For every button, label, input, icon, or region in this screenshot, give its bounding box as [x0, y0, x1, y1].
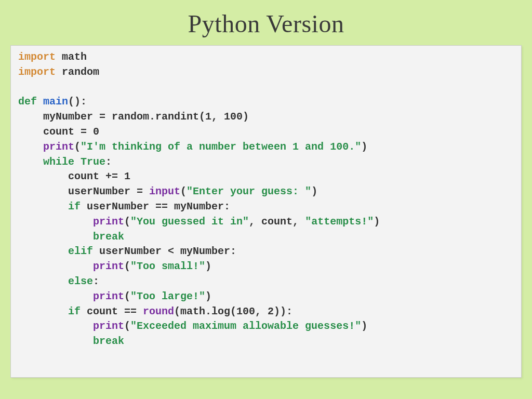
code-text: , count,	[249, 216, 305, 228]
indent	[18, 290, 93, 302]
builtin-print: print	[43, 141, 74, 153]
indent	[18, 231, 93, 243]
string-literal: "Exceeded maximum allowable guesses!"	[130, 320, 361, 332]
string-literal: "I'm thinking of a number between 1 and …	[81, 141, 361, 153]
kw-else: else	[68, 275, 93, 287]
kw-break: break	[93, 335, 124, 347]
code-text: ():	[68, 96, 87, 108]
indent	[18, 305, 68, 317]
indent	[18, 141, 43, 153]
paren: (	[180, 185, 187, 197]
indent	[18, 216, 93, 228]
string-literal: "attempts!"	[305, 216, 374, 228]
kw-while: while	[43, 156, 74, 168]
code-text: userNumber < myNumber:	[93, 245, 236, 257]
code-text: count += 1	[18, 170, 130, 182]
string-literal: "Too small!"	[130, 260, 205, 272]
indent	[18, 335, 93, 347]
string-literal: "Enter your guess: "	[187, 185, 311, 197]
code-text: count = 0	[18, 126, 99, 138]
builtin-round: round	[143, 305, 174, 317]
indent	[18, 201, 68, 212]
builtin-print: print	[93, 260, 124, 272]
indent	[18, 260, 93, 272]
slide-title: Python Version	[0, 0, 532, 45]
code-text: random	[56, 66, 99, 78]
code-block: import math import random def main(): my…	[18, 50, 514, 349]
paren: )	[361, 141, 367, 153]
kw-if: if	[68, 305, 81, 317]
paren: )	[205, 260, 211, 272]
code-text: (math.log(100, 2)):	[174, 305, 292, 317]
paren: )	[311, 185, 317, 197]
code-panel: import math import random def main(): my…	[10, 45, 522, 378]
kw-true: True	[81, 156, 105, 168]
indent	[18, 320, 93, 332]
colon: :	[105, 156, 112, 168]
kw-import: import	[18, 66, 56, 78]
paren: (	[74, 141, 81, 153]
kw-break: break	[93, 231, 124, 243]
builtin-input: input	[149, 185, 180, 197]
kw-def: def	[18, 96, 37, 108]
function-name: main	[37, 96, 68, 108]
code-text: count ==	[81, 305, 143, 317]
code-text: math	[56, 51, 87, 63]
indent	[18, 275, 68, 287]
code-text: userNumber =	[68, 185, 149, 197]
builtin-print: print	[93, 216, 124, 228]
kw-elif: elif	[68, 245, 93, 257]
kw-if: if	[68, 201, 81, 212]
code-text: myNumber = random.randint(1, 100)	[18, 111, 249, 123]
indent	[18, 185, 68, 197]
builtin-print: print	[93, 320, 124, 332]
paren: (	[124, 320, 130, 332]
builtin-print: print	[93, 290, 124, 302]
colon: :	[93, 275, 99, 287]
paren: (	[124, 290, 130, 302]
string-literal: "Too large!"	[130, 290, 205, 302]
space	[74, 156, 81, 168]
paren: (	[124, 216, 130, 228]
paren: (	[124, 260, 130, 272]
indent	[18, 245, 68, 257]
paren: )	[374, 216, 380, 228]
kw-import: import	[18, 51, 56, 63]
indent	[18, 156, 43, 168]
paren: )	[205, 290, 211, 302]
string-literal: "You guessed it in"	[130, 216, 249, 228]
paren: )	[361, 320, 367, 332]
code-text: userNumber == myNumber:	[81, 201, 230, 212]
